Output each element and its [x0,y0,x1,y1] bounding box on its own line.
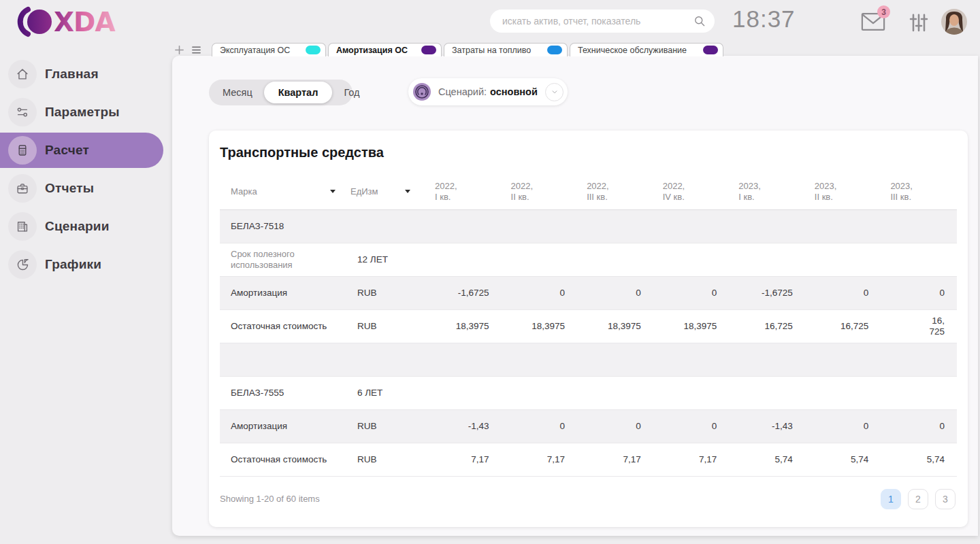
period-option-quarter[interactable]: Квартал [264,82,333,103]
column-header-period: 2022, I кв. [425,174,502,209]
row-name-cell: Остаточная стоимость [220,443,350,476]
showing-count: Showing 1-20 of 60 items [220,494,320,504]
table-row-data: АмортизацияRUB-1,6725000-1,672500 [220,276,957,309]
row-name-cell: Амортизация [220,409,350,443]
tab-color-badge [547,46,562,54]
value-cell [502,243,578,276]
search-input[interactable] [490,10,715,33]
tab-maintenance[interactable]: Техническое обслуживание [570,43,723,56]
value-cell [805,209,881,243]
value-cell: 16, 725 [881,309,957,343]
value-cell: 18,3975 [502,309,578,343]
column-header-period: 2023, II кв. [805,174,881,209]
row-unit-cell [350,209,425,243]
sidebar-item-charts[interactable]: Графики [0,247,163,282]
sidebar-item-label: Графики [45,257,101,272]
sidebar-item-home[interactable]: Главная [0,56,163,92]
row-name-cell: Амортизация [220,276,350,309]
value-cell [502,376,578,409]
card-title: Транспортные средства [209,131,968,160]
tab-fuel-costs[interactable]: Затраты на топливо [444,43,568,56]
value-cell: -1,43 [729,409,805,443]
sidebar-item-parameters[interactable]: Параметры [0,95,163,130]
value-cell: 0 [502,409,578,443]
value-cell: 0 [653,409,730,443]
period-option-month[interactable]: Месяц [211,82,264,103]
value-cell [577,209,653,243]
tab-menu-icon[interactable] [191,44,202,56]
value-cell [653,343,730,376]
column-label: ЕдИзм [350,186,378,197]
scenario-selector[interactable]: Сценарий: основной [408,78,568,105]
tab-label: Эксплуатация ОС [220,46,290,55]
vehicles-table: Марка ЕдИзм 2022, I кв.2022, II кв.2022,… [220,174,957,477]
value-cell: 0 [577,409,653,443]
sidebar-item-calculation[interactable]: Расчет [0,133,163,168]
row-unit-cell: 6 ЛЕТ [350,376,425,409]
sidebar: XDA Главная Параметры Расчет Отче [0,0,163,544]
value-cell: -1,6725 [425,276,502,309]
value-cell: 7,17 [502,443,578,476]
sidebar-menu: Главная Параметры Расчет Отчеты [0,56,163,285]
value-cell [502,343,578,376]
sidebar-item-label: Сценарии [45,219,110,234]
tab-label: Амортизация ОС [336,46,408,55]
value-cell: 7,17 [577,443,653,476]
home-icon [8,60,37,88]
page-button-1[interactable]: 1 [881,489,901,509]
period-option-year[interactable]: Год [332,82,371,103]
column-header-brand[interactable]: Марка [220,174,350,209]
value-cell [653,243,730,276]
tab-os-depreciation[interactable]: Амортизация ОС [328,43,442,56]
sidebar-item-scenarios[interactable]: Сценарии [0,209,163,244]
value-cell [729,343,805,376]
chevron-down-icon[interactable] [545,83,564,101]
tab-os-operation[interactable]: Эксплуатация ОС [212,43,326,56]
sidebar-item-reports[interactable]: Отчеты [0,171,163,206]
table-row-data: Остаточная стоимостьRUB7,177,177,177,175… [220,443,957,476]
mail-button[interactable]: 3 [860,12,886,33]
table-row-empty [220,343,957,376]
building-icon [8,212,37,241]
value-cell: 18,3975 [653,309,730,343]
value-cell [577,376,653,409]
value-cell: 0 [502,276,578,309]
sidebar-item-label: Параметры [45,105,120,120]
column-header-unit[interactable]: ЕдИзм [350,174,425,209]
clock: 18:37 [732,5,796,33]
page-button-3[interactable]: 3 [935,489,956,509]
row-name-cell: БЕЛАЗ-7518 [220,209,350,243]
row-name-cell: Остаточная стоимость [220,309,350,343]
filter-sliders-button[interactable] [908,12,930,33]
pagination: 1 2 3 [881,489,956,509]
row-unit-cell: RUB [350,276,425,309]
global-search [490,10,715,33]
value-cell: 18,3975 [577,309,653,343]
calculator-icon [8,136,37,165]
parameters-icon [8,98,37,126]
add-tab-button[interactable] [174,44,185,56]
gauge-icon [412,82,431,101]
period-switch: Месяц Квартал Год [209,80,353,105]
value-cell: 7,17 [425,443,502,476]
tab-strip: Эксплуатация ОС Амортизация ОС Затраты н… [174,43,725,56]
value-cell [805,343,881,376]
tab-color-badge [421,46,436,54]
value-cell: 7,17 [653,443,730,476]
value-cell [805,243,881,276]
table-row-group: БЕЛАЗ-7518 [220,209,957,243]
tab-color-badge [703,46,718,54]
user-avatar[interactable] [941,9,967,35]
value-cell: 5,74 [805,443,881,476]
value-cell: 16,725 [729,309,805,343]
value-cell: 0 [577,276,653,309]
table-footer: Showing 1-20 of 60 items 1 2 3 [209,477,968,509]
column-label: Марка [231,186,257,197]
value-cell [502,209,578,243]
value-cell: 16,725 [805,309,881,343]
page-button-2[interactable]: 2 [908,489,928,509]
value-cell: 18,3975 [425,309,502,343]
value-cell: -1,6725 [729,276,805,309]
row-name-cell: БЕЛАЗ-7555 [220,376,350,409]
row-name-cell: Срок полезного использования [220,243,350,276]
